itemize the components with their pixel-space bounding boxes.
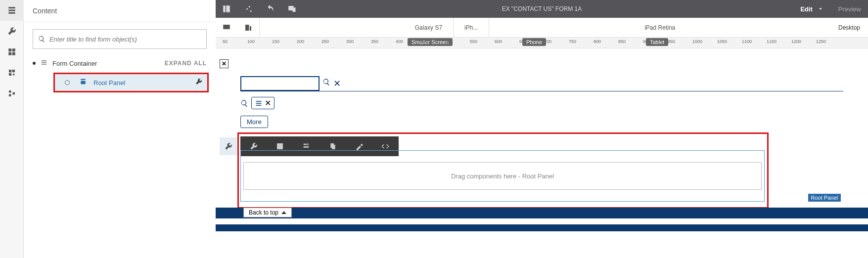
search-field-input[interactable]: [240, 76, 320, 91]
content-sidebar: Content Form Container EXPAND ALL Root P…: [24, 0, 216, 258]
search-input[interactable]: [49, 36, 201, 43]
ruler-tick: 950: [668, 39, 675, 44]
device-ipad[interactable]: iPad Retina: [634, 18, 686, 38]
ruler-tick: 800: [594, 39, 601, 44]
search-glass-icon[interactable]: [322, 78, 330, 86]
ruler-tick: 700: [544, 39, 551, 44]
canvas: ✕ ✕ ✕ More Drag components here - Root P…: [216, 48, 868, 258]
triangle-up-icon: [281, 211, 286, 214]
chevron-down-icon: [818, 6, 823, 12]
device-iphone[interactable]: iPh...: [454, 18, 489, 38]
secondary-search-row: ✕: [240, 97, 274, 109]
ruler-tick: 1050: [717, 39, 727, 44]
panel-config-tab[interactable]: [220, 137, 237, 155]
search-box[interactable]: [33, 29, 207, 49]
configure-icon[interactable]: [195, 78, 202, 87]
ruler-tick: 1250: [816, 39, 826, 44]
ruler-tick: 150: [272, 39, 279, 44]
ruler-tick: 300: [346, 39, 354, 44]
assets-icon[interactable]: [0, 42, 24, 62]
form-container-label: Form Container: [52, 60, 97, 67]
ruler-tick: 850: [618, 39, 626, 44]
content-tree-icon[interactable]: [0, 0, 24, 21]
preview-button[interactable]: Preview: [838, 5, 861, 13]
root-panel-row[interactable]: Root Panel: [55, 74, 207, 91]
device-desktop[interactable]: Desktop: [830, 24, 868, 31]
device-icon[interactable]: [281, 0, 303, 18]
rotate-device-icon[interactable]: [237, 18, 259, 38]
root-panel-highlight: Root Panel: [53, 73, 209, 92]
device-bar: Galaxy S7 iPh... iPad Retina Desktop: [216, 18, 868, 38]
ruler-tick: 1100: [742, 39, 752, 44]
ruler-tick: 200: [297, 39, 304, 44]
footer-bar: [216, 208, 868, 218]
search-field-row: ✕: [240, 76, 843, 91]
desktop-device-icon[interactable]: [216, 18, 237, 38]
ruler-tick: 350: [371, 39, 378, 44]
footer-bar-2: [216, 224, 868, 231]
ruler-tick: 1200: [791, 39, 801, 44]
list-toggle[interactable]: ✕: [251, 97, 274, 109]
ruler-tick: 1000: [692, 39, 702, 44]
root-panel-label: Root Panel: [93, 79, 125, 86]
top-bar: EX "CONTACT US" FORM 1A Edit Preview: [216, 0, 868, 18]
ruler-tick: 100: [247, 39, 255, 44]
device-galaxy[interactable]: Galaxy S7: [404, 18, 454, 38]
mode-edit-dropdown[interactable]: Edit: [800, 5, 823, 13]
sidebar-title: Content: [24, 0, 216, 22]
wrench-icon[interactable]: [0, 21, 24, 42]
data-icon[interactable]: [0, 83, 24, 104]
ruler-tick: 600: [495, 39, 502, 44]
undo-icon[interactable]: [259, 0, 281, 18]
more-button[interactable]: More: [240, 116, 268, 128]
drop-zone[interactable]: Drag components here - Root Panel: [243, 162, 762, 190]
ruler-tick: 400: [396, 39, 403, 44]
container-icon: [41, 59, 47, 68]
list-icon: [255, 99, 263, 107]
ruler-tick: 750: [569, 39, 576, 44]
ruler-tick: 450: [420, 39, 428, 44]
ruler-tick: 650: [519, 39, 527, 44]
ruler-tick: 500: [445, 39, 453, 44]
clear-icon[interactable]: ✕: [333, 78, 341, 89]
edit-label: Edit: [800, 5, 813, 13]
back-to-top-button[interactable]: Back to top: [243, 208, 292, 217]
ruler-tick: 1150: [767, 39, 777, 44]
ruler: Smaller Screen Phone Tablet 501001502002…: [216, 38, 868, 48]
ruler-tick: 550: [470, 39, 477, 44]
close-small-icon: ✕: [265, 98, 271, 108]
svg-point-1: [246, 8, 248, 10]
search-icon: [38, 35, 46, 43]
search-glass-icon[interactable]: [240, 99, 248, 107]
back-to-top-label: Back to top: [249, 209, 278, 216]
expand-all-button[interactable]: EXPAND ALL: [165, 60, 207, 67]
page-title: EX "CONTACT US" FORM 1A: [502, 5, 582, 12]
sidepanel-toggle-icon[interactable]: [216, 0, 237, 18]
select-radio[interactable]: [65, 80, 70, 85]
form-container-row[interactable]: Form Container EXPAND ALL: [24, 56, 216, 71]
ruler-tick: 900: [643, 39, 650, 44]
svg-point-0: [249, 6, 250, 7]
root-panel-tag: Root Panel: [808, 194, 841, 202]
components-icon[interactable]: [0, 62, 24, 83]
ruler-tick: 250: [321, 39, 329, 44]
panel-icon: [80, 78, 87, 87]
ruler-tick: 50: [223, 39, 228, 44]
close-icon[interactable]: ✕: [220, 59, 228, 68]
settings-icon[interactable]: [237, 0, 259, 18]
left-icon-rail: [0, 0, 24, 258]
svg-point-2: [250, 10, 252, 12]
